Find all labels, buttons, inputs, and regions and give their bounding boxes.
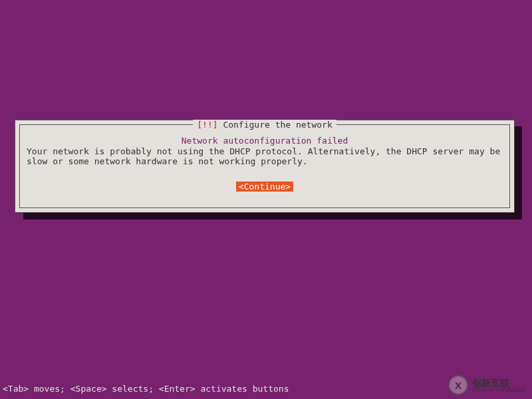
dialog-inner-frame: [!!] Configure the network Network autoc… (19, 124, 510, 208)
watermark-icon: X (448, 375, 468, 395)
watermark: X 创新互联 CHUANG XIN HULIAN (448, 375, 525, 395)
footer-help-text: <Tab> moves; <Space> selects; <Enter> ac… (3, 384, 289, 394)
dialog-title-wrap: [!!] Configure the network (20, 120, 509, 130)
dialog-message: Your network is probably not using the D… (27, 147, 503, 167)
dialog-title-text: Configure the network (223, 120, 332, 130)
watermark-text-block: 创新互联 CHUANG XIN HULIAN (472, 378, 525, 392)
watermark-brand: 创新互联 (472, 378, 525, 388)
continue-button[interactable]: <Continue> (236, 182, 293, 192)
alert-marker: [!!] (197, 120, 217, 130)
dialog-body: Network autoconfiguration failed Your ne… (20, 125, 509, 192)
dialog-subtitle: Network autoconfiguration failed (27, 136, 503, 146)
dialog: [!!] Configure the network Network autoc… (15, 120, 515, 213)
continue-wrap: <Continue> (27, 182, 503, 192)
dialog-title: [!!] Configure the network (193, 120, 336, 130)
watermark-sub: CHUANG XIN HULIAN (472, 388, 525, 392)
